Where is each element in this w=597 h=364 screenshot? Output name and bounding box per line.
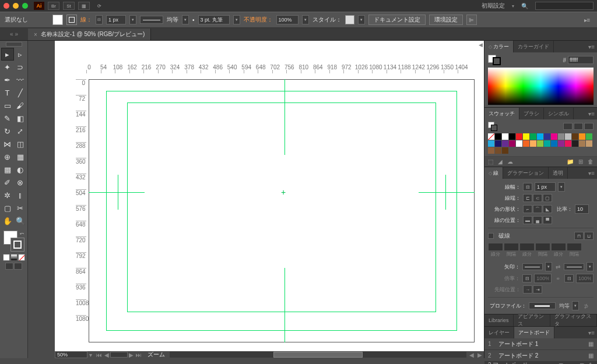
guide[interactable]	[445, 175, 446, 210]
close-window-icon[interactable]	[3, 3, 9, 9]
align-center-icon[interactable]: ▬	[523, 216, 532, 224]
full-screen-icon[interactable]	[14, 263, 22, 270]
color-spectrum[interactable]	[488, 68, 594, 105]
artboard-row[interactable]: 1アートボード 1▦	[484, 338, 597, 350]
prev-artboard-icon[interactable]: ⏮	[94, 352, 104, 358]
swatch[interactable]	[502, 140, 508, 147]
pen-tool[interactable]: ✒	[1, 73, 14, 86]
swatch[interactable]	[523, 133, 529, 140]
swatch[interactable]	[488, 147, 494, 154]
stepper-icon[interactable]: ⊟	[523, 183, 532, 191]
swatch[interactable]	[544, 140, 550, 147]
join-round-icon[interactable]: ⌒	[533, 205, 542, 213]
guide[interactable]	[89, 192, 145, 193]
guide[interactable]	[118, 175, 118, 210]
stroke-width-input[interactable]	[106, 15, 126, 24]
swatch[interactable]	[516, 140, 522, 147]
color-mode-icon[interactable]	[3, 254, 10, 261]
show-menu-icon[interactable]: ◢	[498, 158, 503, 165]
stepper-icon[interactable]: ⊟	[522, 274, 532, 282]
perspective-tool[interactable]: ▦	[14, 150, 27, 163]
rearrange-icon[interactable]: ⊞	[559, 362, 563, 365]
minimize-window-icon[interactable]	[13, 3, 19, 9]
hex-input[interactable]	[568, 56, 594, 64]
new-group-icon[interactable]: 📁	[567, 158, 574, 165]
dropdown-icon[interactable]: ▾	[545, 262, 552, 271]
swatch[interactable]	[565, 140, 571, 147]
list-view-icon[interactable]	[563, 123, 573, 130]
lasso-tool[interactable]: ⊃	[14, 61, 27, 73]
panel-menu-icon[interactable]: ▸≡	[582, 15, 592, 25]
swatch-registration[interactable]	[495, 133, 501, 140]
gpu-icon[interactable]: ⟳	[93, 2, 105, 10]
horizontal-ruler[interactable]	[86, 70, 472, 78]
library-icon[interactable]: ⬚	[488, 158, 493, 165]
guide-rect-inner[interactable]	[127, 103, 436, 312]
profile-preview[interactable]	[529, 302, 556, 309]
document-setup-button[interactable]: ドキュメント設定	[368, 15, 426, 25]
panel-menu-icon[interactable]: ▾≡	[586, 44, 597, 50]
align-outside-icon[interactable]: ▀	[543, 216, 552, 224]
panel-menu-icon[interactable]: ▾≡	[586, 111, 597, 117]
opacity-input[interactable]	[276, 15, 298, 24]
tab-stroke[interactable]: 線	[484, 167, 503, 179]
join-bevel-icon[interactable]: ◣	[543, 205, 552, 213]
swatch-none[interactable]	[488, 133, 494, 140]
panel-stroke-width[interactable]	[535, 182, 556, 192]
join-miter-icon[interactable]: ⌐	[523, 205, 532, 213]
workspace-preset[interactable]: 初期設定	[482, 2, 505, 10]
align-inside-icon[interactable]: ▄	[533, 216, 542, 224]
swatch[interactable]	[586, 140, 592, 147]
new-artboard-icon[interactable]: ⊡	[580, 362, 584, 365]
dashed-checkbox[interactable]	[488, 233, 494, 239]
gap-input[interactable]	[504, 243, 519, 251]
swatch[interactable]	[495, 147, 501, 154]
gap-input[interactable]	[567, 243, 582, 251]
arrow-end[interactable]	[564, 263, 584, 270]
guide[interactable]	[285, 268, 285, 342]
blend-tool[interactable]: ⊗	[14, 176, 27, 189]
mesh-tool[interactable]: ▩	[1, 163, 14, 176]
swatch-fill-stroke[interactable]	[488, 122, 497, 131]
flip-icon[interactable]: ⊅	[584, 303, 588, 309]
rotate-tool[interactable]: ↻	[1, 125, 14, 137]
preferences-button[interactable]: 環境設定	[429, 15, 463, 25]
large-view-icon[interactable]	[584, 123, 594, 130]
dropdown-icon[interactable]: ▾	[587, 262, 594, 271]
stroke-color-icon[interactable]	[10, 238, 24, 252]
swatch[interactable]	[537, 133, 543, 140]
normal-screen-icon[interactable]	[5, 263, 13, 270]
stock-button[interactable]: St	[63, 2, 75, 10]
guide[interactable]	[419, 192, 475, 193]
brush-dropdown[interactable]: ▾	[233, 15, 240, 24]
swatch[interactable]	[544, 133, 550, 140]
swatch[interactable]	[586, 133, 592, 140]
search-input[interactable]	[535, 2, 594, 10]
close-tab-icon[interactable]: ×	[34, 31, 37, 38]
stroke-swatch[interactable]	[66, 15, 77, 25]
swatch[interactable]	[502, 133, 508, 140]
curvature-tool[interactable]: 〰	[14, 73, 27, 86]
swatch[interactable]	[558, 140, 564, 147]
swatch[interactable]	[488, 140, 494, 147]
dropdown-icon[interactable]: ▾	[558, 182, 565, 192]
tab-libraries[interactable]: Libraries	[484, 314, 514, 326]
tab-graphic-styles[interactable]: グラフィックスタ	[550, 314, 597, 326]
swap-fill-stroke-icon[interactable]: ⤺	[20, 231, 24, 236]
eyedropper-tool[interactable]: ✐	[1, 176, 14, 189]
gradient-mode-icon[interactable]	[10, 254, 17, 261]
tab-appearance[interactable]: アピアランス	[514, 314, 551, 326]
line-tool[interactable]: ╱	[14, 86, 27, 99]
dash-input[interactable]	[488, 243, 503, 251]
prev-icon[interactable]: ◀	[104, 352, 109, 358]
align-button[interactable]: ⊫	[466, 15, 477, 25]
link-icon[interactable]: ⚭	[556, 275, 560, 282]
paintbrush-tool[interactable]: 🖌	[14, 99, 27, 112]
fill-swatch[interactable]	[52, 15, 63, 25]
swatch[interactable]	[579, 140, 585, 147]
guide[interactable]	[285, 79, 285, 155]
scroll-right-icon[interactable]: ▶	[476, 352, 484, 358]
width-tool[interactable]: ⋈	[1, 137, 14, 150]
scroll-left-icon[interactable]: ◀	[468, 352, 476, 358]
swatch[interactable]	[565, 133, 571, 140]
